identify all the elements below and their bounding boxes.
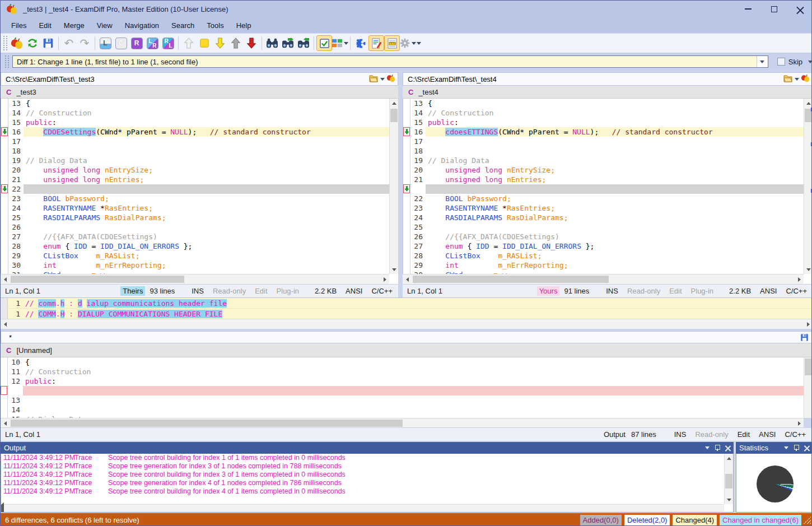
line-number: 26 [410, 232, 426, 241]
show-left-pane-button[interactable]: L [97, 35, 113, 51]
merge-tab-filename[interactable]: [Unnamed] [16, 346, 52, 355]
log-timestamp: 11/11/2024 3:49:12 PM [1, 479, 74, 487]
layout-options-button[interactable] [332, 35, 348, 51]
redo-button[interactable]: ↷ [77, 35, 92, 51]
triangle-down-icon [392, 268, 396, 271]
left-tab-filename[interactable]: _test3 [16, 88, 36, 96]
scroll-right-button[interactable] [804, 319, 812, 329]
scrollbar-thumb[interactable] [413, 276, 609, 283]
find-next-button[interactable] [280, 35, 296, 51]
skip-checkbox[interactable] [777, 58, 785, 66]
next-diff-button[interactable] [212, 35, 228, 51]
scroll-down-button[interactable] [390, 265, 398, 274]
scroll-right-button[interactable] [795, 418, 804, 428]
undo-button[interactable]: ↶ [61, 35, 77, 51]
diff-marker-icon[interactable] [1, 127, 8, 136]
compare-files-button[interactable] [9, 35, 25, 51]
recompare-button[interactable] [25, 35, 40, 51]
diff-marker-icon[interactable] [1, 184, 8, 193]
right-tab-filename[interactable]: _test4 [418, 88, 438, 96]
scroll-left-button[interactable] [1, 418, 10, 428]
menu-item-view[interactable]: View [91, 18, 119, 32]
gutter-margin [403, 175, 410, 184]
scrollbar-thumb[interactable] [11, 276, 184, 283]
diff-marker-icon[interactable] [403, 184, 410, 193]
open-file-dropdown-icon[interactable] [795, 78, 799, 81]
options-button[interactable] [400, 35, 416, 51]
panel-menu-icon[interactable] [705, 446, 710, 449]
merge-code-editor[interactable]: 10{11// Construction12public:131415// Di… [1, 357, 804, 418]
resize-grip-icon[interactable] [804, 516, 811, 524]
log-level: Trace [74, 471, 108, 479]
scroll-down-button[interactable] [725, 495, 733, 504]
compare-with-icon[interactable] [801, 74, 810, 84]
current-diff-button[interactable] [197, 35, 212, 51]
scrollbar-thumb[interactable] [11, 420, 403, 427]
scroll-down-button[interactable] [804, 265, 812, 274]
show-left-right-button[interactable]: LR [144, 35, 160, 51]
maximize-button[interactable] [761, 1, 787, 17]
menu-item-edit[interactable]: Edit [32, 18, 57, 32]
compare-with-icon[interactable] [386, 74, 395, 84]
pane-splitter[interactable] [398, 72, 403, 297]
scroll-left-button[interactable] [403, 274, 412, 284]
left-code-editor[interactable]: 13{14// Construction15public:16 CDOESett… [1, 99, 389, 274]
right-code-editor[interactable]: 13{14// Construction15public:16 cdoesETT… [403, 99, 804, 274]
scrollbar-thumb[interactable] [390, 109, 398, 122]
menu-item-search[interactable]: Search [165, 18, 200, 32]
menu-item-help[interactable]: Help [230, 18, 258, 32]
menu-item-merge[interactable]: Merge [58, 18, 91, 32]
show-center-pane-button[interactable]: C [113, 35, 129, 51]
scroll-right-button[interactable] [795, 274, 804, 284]
menu-item-files[interactable]: Files [5, 18, 32, 32]
menu-item-navigation[interactable]: Navigation [119, 18, 165, 32]
toolbar-overflow-icon[interactable] [808, 60, 812, 63]
show-right-pane-button[interactable]: R [129, 35, 144, 51]
prev-diff-button[interactable] [228, 35, 244, 51]
diff-selector-combo[interactable]: Diff 1: Change 1 line (1, first file) to… [12, 55, 768, 68]
find-prev-button[interactable] [296, 35, 311, 51]
menu-item-tools[interactable]: Tools [200, 18, 230, 32]
find-button[interactable] [264, 35, 280, 51]
scroll-right-button[interactable] [1, 512, 9, 513]
toolbar-grip[interactable] [5, 55, 9, 68]
close-button[interactable] [787, 1, 812, 17]
toggle-checkboxes-button[interactable] [316, 35, 332, 51]
panel-menu-icon[interactable] [784, 446, 788, 449]
pin-icon[interactable] [794, 445, 799, 451]
diff-marker-icon[interactable] [1, 386, 7, 395]
diff-marker-icon[interactable] [403, 127, 410, 136]
save-button[interactable] [40, 35, 56, 51]
close-icon[interactable] [725, 445, 730, 451]
toolbar-separator [314, 36, 314, 50]
toolbar-grip[interactable] [3, 36, 7, 50]
close-icon[interactable] [804, 445, 809, 451]
pin-icon[interactable] [715, 445, 720, 451]
next-conflict-button[interactable] [244, 35, 259, 51]
code-line: 21 unsigned long nEntries; [403, 175, 804, 184]
line-inspector-button[interactable] [384, 35, 400, 51]
scroll-left-button[interactable] [1, 274, 10, 284]
show-right-left-button[interactable]: RL [160, 35, 176, 51]
toggle-checkboxes-icon [319, 38, 330, 49]
open-file-dropdown-icon[interactable] [380, 78, 385, 81]
scrollbar-thumb[interactable] [725, 474, 732, 488]
save-output-button[interactable] [800, 333, 809, 342]
chevron-down-icon[interactable] [412, 42, 416, 45]
scrollbar-thumb[interactable] [805, 359, 812, 375]
plugins-button[interactable] [353, 35, 368, 51]
toolbar-overflow-icon[interactable] [417, 42, 421, 45]
scroll-left-button[interactable] [1, 319, 10, 329]
edit-file-button[interactable] [368, 35, 384, 51]
scroll-up-button[interactable] [725, 454, 733, 463]
scroll-up-button[interactable] [390, 99, 398, 108]
chevron-down-icon[interactable] [344, 42, 348, 45]
minimize-button[interactable] [735, 1, 761, 17]
scroll-right-button[interactable] [380, 274, 389, 284]
diff-selector-dropdown-button[interactable] [757, 56, 768, 67]
merge-horizontal-scrollbar [1, 418, 804, 428]
first-diff-button[interactable] [181, 35, 197, 51]
open-file-button[interactable] [783, 75, 793, 84]
scroll-up-button[interactable] [804, 99, 812, 108]
open-file-button[interactable] [369, 75, 379, 84]
